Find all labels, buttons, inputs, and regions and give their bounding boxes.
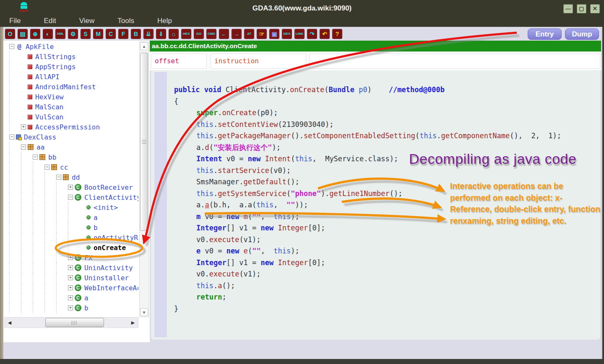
toolbar-forward-button[interactable]: → xyxy=(232,29,242,39)
vertical-scroll-thumb[interactable] xyxy=(140,53,148,231)
toolbar-method-drop-button[interactable]: ⇓ xyxy=(156,29,166,39)
tree-item-aa[interactable]: −aa xyxy=(3,142,138,152)
expand-icon[interactable]: + xyxy=(68,255,73,260)
tree-item-init[interactable]: <init> xyxy=(3,202,138,212)
scroll-up-button[interactable]: ▲ xyxy=(140,42,148,50)
code-line[interactable]: this.setContentView(2130903040); xyxy=(174,119,561,131)
toolbar-od-button[interactable]: ◐ xyxy=(43,29,53,39)
scroll-down-button[interactable]: ▼ xyxy=(140,308,148,316)
expand-icon[interactable]: + xyxy=(68,295,73,300)
toolbar-xml-button[interactable]: XML xyxy=(55,29,65,39)
tree-item-a[interactable]: a xyxy=(3,212,138,222)
menu-file[interactable]: File xyxy=(9,17,21,25)
xref-token[interactable]: a xyxy=(205,201,209,209)
expand-icon[interactable]: + xyxy=(68,185,73,190)
tree-item-dd[interactable]: −dd xyxy=(3,172,138,182)
maximize-button[interactable]: ▢ xyxy=(577,4,586,13)
code-line[interactable]: v0.execute(v1); xyxy=(174,234,561,246)
code-line[interactable]: } xyxy=(174,303,561,315)
scroll-left-button[interactable]: ◀ xyxy=(5,318,14,327)
horizontal-scroll-thumb[interactable] xyxy=(45,318,104,327)
entry-button[interactable]: Entry xyxy=(528,28,562,40)
code-line[interactable]: public void ClientActivity.onCreate(Bund… xyxy=(174,84,561,96)
toolbar-bank-up-button[interactable]: ⌂ xyxy=(169,29,179,39)
toolbar-strings-button[interactable]: S xyxy=(81,29,91,39)
tree-item-b[interactable]: b xyxy=(3,222,138,232)
tree-item-malscan[interactable]: MalScan xyxy=(3,102,138,112)
collapse-icon[interactable]: − xyxy=(68,195,73,200)
code-line[interactable]: return; xyxy=(174,292,561,303)
tree-item-allstrings[interactable]: AllStrings xyxy=(3,52,138,62)
toolbar-dex-button[interactable]: DEX xyxy=(282,29,292,39)
collapse-icon[interactable]: − xyxy=(33,155,38,160)
tree-item-dexclass[interactable]: −DexClass xyxy=(3,132,138,142)
toolbar-method-down-button[interactable]: ⇊ xyxy=(143,29,154,39)
toolbar-hex-button[interactable]: HEX xyxy=(181,29,191,39)
toolbar-methods-button[interactable]: M xyxy=(93,29,103,39)
toolbar-fields-button[interactable]: F xyxy=(118,29,128,39)
toolbar-go-button[interactable]: GO xyxy=(194,29,204,39)
code-line[interactable]: v0.execute(v1); xyxy=(174,268,561,280)
expand-icon[interactable]: + xyxy=(68,265,73,270)
tree-item-accesspermission[interactable]: +AccessPermission xyxy=(3,122,138,132)
tree-item-hexview[interactable]: HexView xyxy=(3,92,138,102)
close-button[interactable]: ✕ xyxy=(590,4,600,13)
toolbar-dialog-button[interactable]: ▣ xyxy=(269,29,279,39)
toolbar-save-button[interactable]: ▤ xyxy=(18,29,28,39)
toolbar-bytecode-button[interactable]: B xyxy=(131,29,141,39)
tree-item-appstrings[interactable]: AppStrings xyxy=(3,62,138,72)
toolbar-classes-button[interactable]: C xyxy=(106,29,116,39)
code-line[interactable]: this.getPackageManager().setComponentEna… xyxy=(174,130,561,142)
tree-item-androidmanifest[interactable]: AndroidManifest xyxy=(3,82,138,92)
tree-horizontal-scrollbar[interactable]: ◀ ▶ xyxy=(4,317,138,328)
dump-button[interactable]: Dump xyxy=(565,28,599,40)
code-line[interactable]: e v0 = new e("", this); xyxy=(174,245,561,257)
code-line[interactable]: super.onCreate(p0); xyxy=(174,107,561,119)
scroll-right-button[interactable]: ▶ xyxy=(129,318,137,327)
toolbar-back-button[interactable]: ← xyxy=(219,29,229,39)
toolbar-android-button[interactable]: ⚙ xyxy=(68,29,78,39)
tree-item-clientactivity[interactable]: −CClientActivity xyxy=(3,192,138,202)
toolbar-redo-button[interactable]: ↷ xyxy=(307,29,317,39)
tree-item-uninstaller[interactable]: +CUninstaller xyxy=(3,273,138,283)
toolbar-help-button[interactable]: ? xyxy=(332,29,342,39)
tree-item-a[interactable]: +Ca xyxy=(3,293,138,303)
code-line[interactable]: Integer[] v1 = new Integer[0]; xyxy=(174,257,561,269)
expand-icon[interactable]: + xyxy=(21,124,26,129)
toolbar-undo-button[interactable]: ↶ xyxy=(320,29,330,39)
tree-item-vulscan[interactable]: VulScan xyxy=(3,112,138,122)
tree-item-onactivityresult[interactable]: onActivityResult xyxy=(3,232,138,243)
toolbar-link-button[interactable]: LINK xyxy=(294,29,305,39)
tree-item-webinterfaceactivity[interactable]: +CWebInterfaceActivity xyxy=(3,283,138,293)
tree-item-allapi[interactable]: AllAPI xyxy=(3,72,138,82)
tree-item-uninactivity[interactable]: +CUninActivity xyxy=(3,263,138,273)
code-line[interactable]: this.a(); xyxy=(174,280,561,292)
collapse-icon[interactable]: − xyxy=(21,145,26,150)
collapse-icon[interactable]: − xyxy=(44,165,49,170)
code-line[interactable]: { xyxy=(174,96,561,108)
toolbar-open-button[interactable]: O xyxy=(5,29,15,39)
toolbar-zoom-search-button[interactable]: ⊕ xyxy=(30,29,40,39)
collapse-icon[interactable]: − xyxy=(9,44,14,49)
expand-icon[interactable]: + xyxy=(68,305,73,310)
tree-item-cc[interactable]: −cc xyxy=(3,162,138,172)
collapse-icon[interactable]: − xyxy=(56,175,61,180)
tree-item-b[interactable]: +Cb xyxy=(3,303,138,313)
tree-item-bootreceiver[interactable]: +CBootReceiver xyxy=(3,182,138,192)
minimize-button[interactable]: — xyxy=(563,4,573,13)
tree-vertical-scrollbar[interactable]: ▲ ▼ xyxy=(139,41,149,317)
collapse-icon[interactable]: − xyxy=(9,134,14,139)
expand-icon[interactable]: + xyxy=(68,275,73,280)
expand-icon[interactable]: + xyxy=(68,285,73,290)
toolbar-cmd-button[interactable]: CMD xyxy=(206,29,216,39)
toolbar-hand-click-button[interactable]: ☞ xyxy=(257,29,267,39)
menu-tools[interactable]: Tools xyxy=(117,17,134,25)
menu-edit[interactable]: Edit xyxy=(44,17,56,25)
tree-item-fx[interactable]: +CFX xyxy=(3,253,138,263)
toolbar-at-button[interactable]: AT xyxy=(244,29,254,39)
tree-item-apkfile[interactable]: −@ApkFile xyxy=(3,41,138,52)
tree-item-oncreate[interactable]: onCreate xyxy=(3,243,138,253)
menu-help[interactable]: Help xyxy=(157,17,172,25)
tree-item-bb[interactable]: −bb xyxy=(3,152,138,162)
menu-view[interactable]: View xyxy=(79,17,95,25)
